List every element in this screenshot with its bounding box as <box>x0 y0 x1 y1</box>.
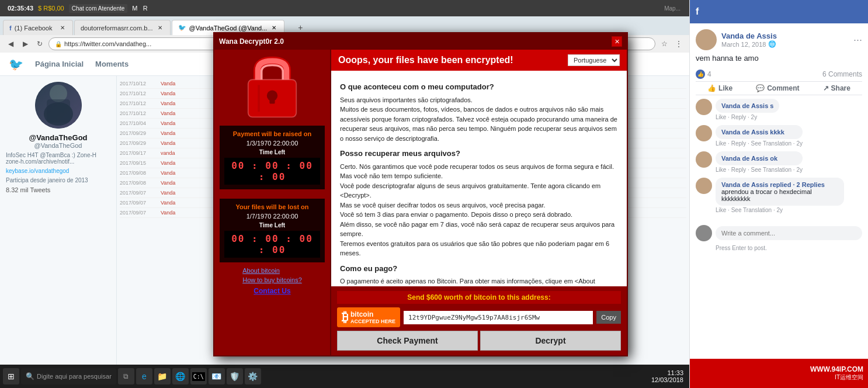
watermark-url: WWW.94IP.COM <box>810 365 863 373</box>
back-button[interactable]: ◀ <box>5 38 16 50</box>
payment-raised-box: Payment will be raised on 1/3/1970 22:00… <box>220 126 325 189</box>
facebook-logo: f <box>696 6 699 17</box>
comment-actions[interactable]: Like · Reply · See Translation · 2y <box>716 167 803 173</box>
like-count-number: 4 <box>707 70 711 78</box>
watermark-brand: IT运维空间 <box>835 373 863 382</box>
comment-count[interactable]: 6 Comments <box>822 70 862 78</box>
tweet-date: 2017/09/29 <box>120 130 158 136</box>
twitter-link[interactable]: keybase.io/vandathegod <box>6 168 110 174</box>
taskbar-time-display: 11:33 <box>651 369 683 376</box>
like-action-label: Like <box>718 84 732 92</box>
dialog-right-header: Ooops, your files have been encrypted! P… <box>331 50 627 71</box>
taskbar-items: ⊞ 🔍 Digite aqui para pesquisar ⧉ e 📁 🌐 C… <box>0 368 264 384</box>
tweet-date: 2017/09/29 <box>120 140 158 146</box>
fb-comment: Vanda de Assis kkkk Like · Reply · See T… <box>696 125 862 147</box>
dialog-close-button[interactable]: ✕ <box>612 36 622 47</box>
taskbar-app5-icon[interactable]: 📧 <box>209 368 225 384</box>
tweet-date: 2017/09/07 <box>120 200 158 206</box>
forward-button[interactable]: ▶ <box>19 38 31 50</box>
fb-post-username[interactable]: Vanda de Assis <box>721 32 849 40</box>
new-tab-icon: + <box>298 23 303 32</box>
tab-doutorre-close[interactable]: ✕ <box>156 24 164 32</box>
tweet-date: 2017/09/17 <box>120 150 158 156</box>
more-button[interactable]: ⋮ <box>673 38 685 50</box>
fb-user-info: Vanda de Assis March 12, 2018 🌐 <box>721 32 849 48</box>
tweet-user: Vanda <box>161 190 190 196</box>
fb-share-action[interactable]: ↗ Share <box>823 84 850 92</box>
comment-bubble: Vanda de Assis ok <box>716 151 803 165</box>
timer-display2: 00 : 00 : 00 : 00 <box>224 231 320 258</box>
files-lost-box: Your files will be lost on 1/7/1970 22:0… <box>220 199 325 262</box>
fb-post-avatar <box>696 29 717 50</box>
tab-doutorre[interactable]: doutorreformasrr.com.b... ✕ <box>74 20 171 35</box>
fb-write-comment-area <box>696 221 862 245</box>
fb-post-menu[interactable]: ··· <box>853 34 862 46</box>
taskbar-view-button[interactable]: ⧉ <box>118 368 134 384</box>
bitcoin-badge: ₿ bitcoin ACCEPTED HERE <box>337 307 400 327</box>
copy-button[interactable]: Copy <box>596 311 621 324</box>
reload-button[interactable]: ↻ <box>34 38 46 50</box>
search-label: Digite aqui para pesquisar <box>37 373 112 380</box>
taskbar-cmd-icon[interactable]: C:\ <box>190 368 207 384</box>
tweet-date: 2017/10/12 <box>120 101 158 106</box>
comment-actions[interactable]: Like · Reply · 2y <box>716 114 779 120</box>
comment-username: Vanda de Assis s <box>721 102 773 109</box>
tab-facebook-close[interactable]: ✕ <box>58 24 67 32</box>
tweet-user: Vanda <box>161 110 190 116</box>
check-payment-button[interactable]: Check Payment <box>337 331 478 351</box>
comment-bubble: Vanda de Assis s <box>716 99 779 113</box>
tab-twitter-close[interactable]: ✕ <box>270 24 278 32</box>
taskbar-chrome-icon[interactable]: 🌐 <box>172 368 189 384</box>
taskbar-edge-icon[interactable]: e <box>136 368 152 384</box>
tweet-user: Vanda <box>161 120 190 126</box>
comment-avatar <box>696 151 712 168</box>
fb-post-timestamp: March 12, 2018 🌐 <box>721 40 849 48</box>
twitter-home-link[interactable]: Página Inicial <box>35 60 84 68</box>
bitcoin-payment-row: ₿ bitcoin ACCEPTED HERE Copy <box>337 307 621 327</box>
tab-doutorre-label: doutorreformasrr.com.b... <box>81 25 153 32</box>
decrypt-button[interactable]: Decrypt <box>480 331 621 351</box>
how-to-buy-link[interactable]: How to buy bitcoins? <box>242 276 302 283</box>
language-select[interactable]: Portuguese <box>568 54 620 66</box>
send-bitcoin-label: Send $600 worth of bitcoin to this addre… <box>337 291 621 304</box>
share-arrow-icon: ↗ <box>823 84 829 92</box>
tweet-date: 2017/10/12 <box>120 110 158 116</box>
fb-comment-action[interactable]: 💬 Comment <box>756 84 799 92</box>
taskbar-app6-icon[interactable]: 🛡️ <box>227 368 243 384</box>
comment-actions[interactable]: Like · See Translation · 2y <box>716 207 844 213</box>
windows-start-button[interactable]: ⊞ <box>3 368 19 384</box>
section2-text: Certo. Nós garantimos que você pode recu… <box>340 162 618 258</box>
tab-facebook[interactable]: f (1) Facebook ✕ <box>3 20 73 35</box>
dialog-scroll-area[interactable]: O que aconteceu com o meu computador? Se… <box>331 71 627 286</box>
contact-us-link[interactable]: Contact Us <box>254 287 290 295</box>
fb-like-action[interactable]: 👍 Like <box>707 84 732 92</box>
comment-text: aprendou a trocar o hexdecimal kkkkkkkkk <box>721 188 838 202</box>
bitcoin-symbol: ₿ <box>342 310 348 325</box>
tweet-date: 2017/09/15 <box>120 160 158 166</box>
system-tray: 02:35:43 $ R$0,00 Chat com Atendente M R <box>3 4 152 13</box>
twitter-moments-link[interactable]: Moments <box>95 60 129 68</box>
chat-indicator: Chat com Atendente <box>69 4 128 13</box>
twitter-username-display: @VandaTheGod <box>6 133 110 142</box>
bookmark-button[interactable]: ☆ <box>658 38 670 50</box>
bitcoin-label-line1: bitcoin <box>350 310 395 318</box>
comment-actions[interactable]: Like · Reply · See Translation · 2y <box>716 140 803 147</box>
dialog-left-panel: Payment will be raised on 1/3/1970 22:00… <box>214 50 331 355</box>
search-bar[interactable]: 🔍 Digite aqui para pesquisar <box>21 368 116 384</box>
bitcoin-address-input[interactable] <box>404 311 593 324</box>
svg-rect-5 <box>269 96 275 104</box>
tweet-user: Vanda <box>161 180 190 186</box>
avatar-placeholder <box>35 82 82 129</box>
time-left-label2: Time Left <box>224 222 320 228</box>
files-lost-date: 1/7/1970 22:00:00 <box>224 213 320 220</box>
tweet-user: Vanda <box>161 170 190 176</box>
taskbar-time-area: 11:33 12/03/2018 <box>651 369 689 383</box>
lock-icon-container <box>240 56 304 120</box>
taskbar-app7-icon[interactable]: ⚙️ <box>245 368 261 384</box>
app7-icon: ⚙️ <box>248 372 258 381</box>
fb-comment-input[interactable] <box>716 226 862 240</box>
fb-post-area: Vanda de Assis March 12, 2018 🌐 ··· vem … <box>690 23 868 257</box>
taskbar-explorer-icon[interactable]: 📁 <box>154 368 171 384</box>
about-bitcoin-link[interactable]: About bitcoin <box>242 267 302 274</box>
twitter-handle-display: @VandaTheGod <box>6 142 110 149</box>
